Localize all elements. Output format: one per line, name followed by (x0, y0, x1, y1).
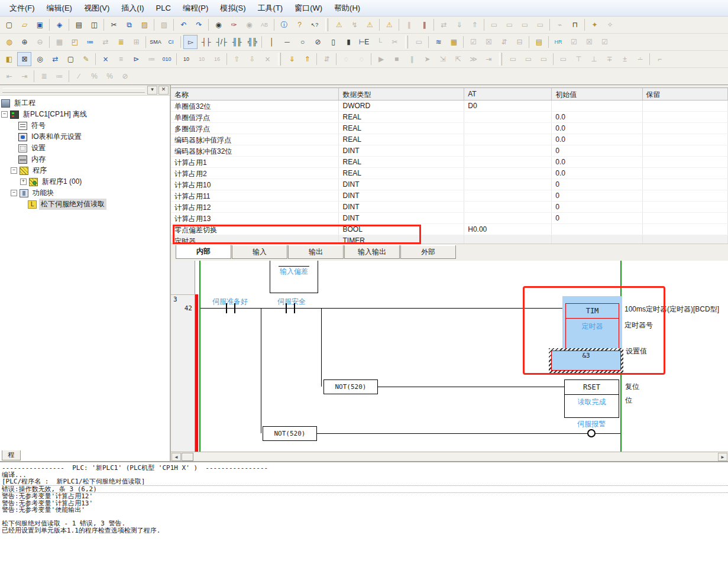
cell-name[interactable]: 计算占用12 (171, 202, 339, 212)
show-condition-flags-button[interactable]: CI (164, 35, 178, 49)
cell-name[interactable]: 编码器脉冲值32位 (171, 145, 339, 156)
instruction-box-button[interactable]: ▯ (326, 35, 340, 49)
table-row[interactable]: 单圈值32位DWORDD0 (171, 100, 728, 112)
cell-type[interactable]: DINT (339, 145, 464, 156)
cell-type[interactable]: REAL (339, 157, 464, 167)
tab-输入[interactable]: 输入 (232, 245, 287, 259)
cell-at[interactable] (464, 134, 552, 145)
cell-init[interactable]: 0.0 (552, 157, 642, 167)
undo-button[interactable]: ↶ (176, 18, 190, 32)
collapse-icon[interactable]: − (11, 190, 17, 196)
cell-init[interactable]: 0 (552, 145, 642, 156)
menu-编辑E[interactable]: 编辑(E) (41, 1, 78, 16)
tree-item-settings[interactable]: 设置 (0, 142, 170, 154)
open-project-button[interactable]: ▱ (17, 18, 31, 32)
watch-window-button[interactable]: ▦ (446, 35, 461, 49)
tab-外部[interactable]: 外部 (400, 245, 456, 259)
cell-type[interactable]: DINT (339, 190, 464, 201)
cell-init[interactable]: 0.0 (552, 134, 642, 145)
transfer-to-plc-button[interactable]: ⇓ (284, 52, 299, 66)
previous-rung-block[interactable]: 输入偏差 (270, 261, 318, 293)
cell-type[interactable]: REAL (339, 123, 464, 134)
replace-button[interactable]: ✑ (227, 18, 241, 32)
zoom-in-button[interactable]: ⊕ (17, 35, 31, 49)
cell-at[interactable] (464, 179, 552, 190)
tree-item-function-blocks[interactable]: −功能块 (0, 187, 170, 199)
collapse-icon[interactable]: − (1, 111, 8, 118)
pou-window-button[interactable]: ◧ (2, 52, 16, 66)
table-row[interactable]: 编码器脉冲值浮点REAL0.0 (171, 134, 728, 145)
tim-operand2-selection[interactable]: &3 (549, 348, 623, 373)
cell-at[interactable] (464, 123, 552, 134)
show-program-comments-button[interactable]: SMA (148, 35, 163, 49)
find-report-button[interactable]: ◈ (52, 18, 66, 32)
menu-编程P[interactable]: 编程(P) (177, 1, 214, 16)
cell-type[interactable]: BOOL (339, 224, 464, 235)
build-button[interactable]: ⊠ (17, 52, 31, 66)
column-header-retain[interactable]: 保留 (643, 88, 728, 100)
help-button[interactable]: ? (292, 18, 306, 32)
column-header-init[interactable]: 初始值 (552, 88, 642, 100)
online-edit-button[interactable]: ⇄ (48, 52, 62, 66)
table-row[interactable]: 计算占用12DINT0 (171, 202, 728, 213)
cell-name[interactable]: 计算占用11 (171, 190, 339, 201)
cell-init[interactable]: 0.0 (552, 112, 642, 122)
column-header-type[interactable]: 数据类型 (339, 88, 464, 100)
column-header-at[interactable]: AT (464, 88, 552, 100)
tree-item-programs[interactable]: −程序 (0, 165, 170, 176)
monitor-decimal-button[interactable]: 10 (179, 52, 193, 66)
cell-at[interactable]: D0 (464, 100, 552, 111)
print-button[interactable]: ▤ (72, 18, 86, 32)
close-icon[interactable]: ✕ (158, 86, 169, 95)
cell-at[interactable] (464, 157, 552, 167)
cell-retain[interactable] (643, 112, 728, 122)
cell-init[interactable]: 0 (552, 190, 642, 201)
instruction-box-nc-button[interactable]: ▮ (341, 35, 355, 49)
output-line[interactable]: 错误:操作数无效, 条 3 (6,2) (2, 486, 728, 494)
output-line[interactable]: 警告:无参考变量'计算占用12' (2, 493, 728, 500)
cell-at[interactable] (464, 190, 552, 201)
find-warning-button[interactable]: ⚠ (363, 18, 377, 32)
tree-item-project[interactable]: 新工程 (0, 98, 170, 109)
scrollbar-thumb[interactable] (182, 453, 193, 461)
new-file-button[interactable]: ▢ (2, 18, 16, 32)
contact-nc-button[interactable]: ┤/├ (214, 35, 228, 49)
set-password-button[interactable]: ✦ (587, 18, 601, 32)
contact-servo-ready[interactable] (226, 303, 235, 313)
cell-retain[interactable] (643, 179, 728, 190)
cell-init[interactable]: 0 (552, 202, 642, 212)
menu-插入I[interactable]: 插入(I) (115, 1, 150, 16)
tree-item-plc[interactable]: −新PLC1[CP1H] 离线 (0, 109, 170, 120)
output-line[interactable]: 已经用设置到单元版本1.1的程序检查选项检测了程序. (2, 527, 728, 534)
cell-retain[interactable] (643, 100, 728, 111)
coil-closed-button[interactable]: ⊘ (310, 35, 325, 49)
redo-button[interactable]: ↷ (192, 18, 206, 32)
new-view-button[interactable]: ▢ (63, 52, 77, 66)
tab-内部[interactable]: 内部 (176, 245, 231, 259)
menu-帮助H[interactable]: 帮助(H) (328, 1, 366, 16)
cell-type[interactable]: DINT (339, 179, 464, 190)
output-line[interactable]: [PLC/程序名 : 新PLC1/松下伺服绝对值读取] (2, 478, 728, 486)
table-row[interactable]: 计算占用10DINT0 (171, 179, 728, 190)
menu-模拟S[interactable]: 模拟(S) (214, 1, 251, 16)
table-row[interactable]: 计算占用2REAL0.0 (171, 168, 728, 179)
time-chart-button[interactable]: ⊓ (568, 18, 582, 32)
zoom-custom-button[interactable]: ◍ (2, 35, 16, 49)
find-button[interactable]: ◉ (211, 18, 225, 32)
cell-name[interactable]: 计算占用10 (171, 179, 339, 190)
tree-item-symbols[interactable]: 符号 (0, 120, 170, 131)
column-header-name[interactable]: 名称 (171, 88, 339, 100)
cell-at[interactable] (464, 213, 552, 223)
pause-button[interactable]: ∥ (417, 18, 431, 32)
cell-init[interactable]: 0.0 (552, 123, 642, 134)
cell-type[interactable]: DINT (339, 202, 464, 212)
cell-name[interactable]: 计算占用13 (171, 213, 339, 223)
cell-name[interactable]: 单圈值32位 (171, 100, 339, 111)
symbol-display-button[interactable]: ≣ (114, 35, 128, 49)
not-instruction-1[interactable]: NOT(520) (323, 379, 378, 394)
rset-instruction-block[interactable]: RSET 读取完成 (564, 379, 619, 418)
tree-item-program-1[interactable]: +新程序1 (00) (0, 176, 170, 187)
transfer-from-plc-button[interactable]: ⇑ (300, 52, 314, 66)
tree-item-io-table[interactable]: IO表和单元设置 (0, 131, 170, 142)
cell-init[interactable] (552, 100, 642, 111)
